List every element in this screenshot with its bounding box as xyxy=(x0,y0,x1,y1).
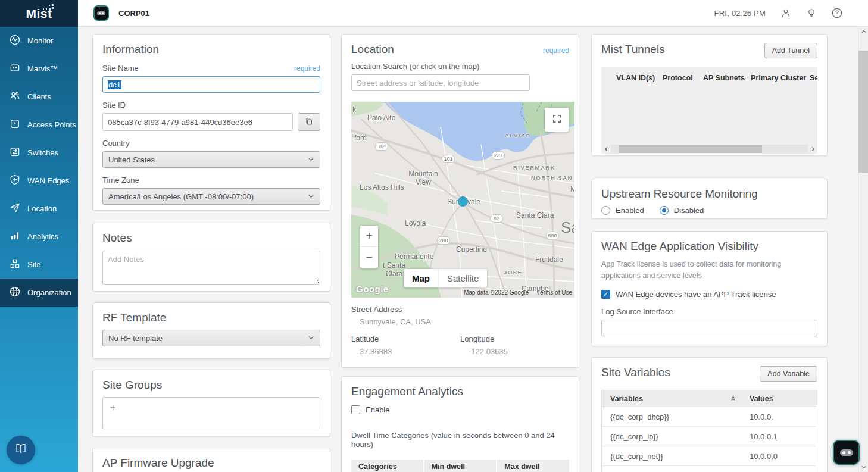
variable-value: 10.0.0.1 xyxy=(742,432,778,441)
enable-checkbox[interactable] xyxy=(351,405,360,414)
variable-name: {{dc_corp_net}} xyxy=(602,452,742,461)
marvis-chat-button[interactable] xyxy=(833,440,860,465)
org-name[interactable]: CORP01 xyxy=(118,9,149,18)
notes-panel: Notes xyxy=(92,223,330,292)
topbar: CORP01 FRI, 02:26 PM xyxy=(78,0,868,27)
log-source-input[interactable] xyxy=(601,320,817,336)
site-id-input[interactable] xyxy=(102,113,293,131)
site-groups-input[interactable]: + xyxy=(102,397,320,429)
country-select[interactable]: United States xyxy=(102,151,320,168)
log-source-label: Log Source Interface xyxy=(601,307,817,316)
scrollbar-thumb[interactable] xyxy=(619,145,762,153)
sidebar-item-location[interactable]: Location xyxy=(0,195,78,223)
scroll-right-icon[interactable] xyxy=(808,144,817,154)
sidebar-item-monitor[interactable]: Monitor xyxy=(0,27,78,55)
page-scrollbar xyxy=(858,27,868,472)
sidebar-item-organization[interactable]: Organization xyxy=(0,279,78,307)
site-name-input[interactable]: dc1 xyxy=(102,76,320,93)
column-header: Protocol xyxy=(663,74,703,82)
org-logo-icon[interactable] xyxy=(93,5,109,21)
organization-icon xyxy=(9,286,21,299)
panel-title: RF Template xyxy=(102,311,320,324)
map[interactable]: k Palo Alto ford ALVISO Mountain View Lo… xyxy=(351,102,574,298)
enable-label: Enable xyxy=(366,405,389,414)
site-id-label: Site ID xyxy=(102,101,126,110)
variables-column-header[interactable]: Variables xyxy=(602,395,742,403)
variable-value: 10.0.0.0 xyxy=(742,452,778,461)
site-name-label: Site Name xyxy=(102,64,139,73)
panel-title: Notes xyxy=(102,232,320,245)
rf-template-select[interactable]: No RF template xyxy=(102,330,320,346)
sidebar-item-label: Switches xyxy=(27,148,58,157)
enabled-label: Enabled xyxy=(616,206,644,215)
sidebar-item-label: Location xyxy=(27,204,57,213)
mist-tunnels-panel: Mist Tunnels Add Tunnel VLAN ID(s) Proto… xyxy=(591,34,828,156)
column-header: VLAN ID(s) xyxy=(616,74,663,82)
mist-logo[interactable]: Mist xyxy=(0,0,78,27)
country-label: Country xyxy=(102,139,130,148)
fullscreen-icon xyxy=(552,114,562,126)
site-location-marker[interactable] xyxy=(458,196,468,207)
table-row[interactable]: {{dc_corp_net}} 10.0.0.0 xyxy=(602,446,817,466)
variable-value: 10.0.0. xyxy=(742,412,773,421)
dwell-time-label: Dwell Time Categories (value in seconds … xyxy=(351,431,569,449)
latitude-value: 37.36883 xyxy=(360,347,460,356)
scroll-left-icon[interactable] xyxy=(601,144,611,154)
app-track-checkbox[interactable]: ✓ xyxy=(601,290,610,299)
terms-of-use-link[interactable]: Terms of Use xyxy=(537,289,572,296)
chevron-down-icon xyxy=(308,334,314,343)
documentation-button[interactable] xyxy=(7,436,35,464)
sidebar-item-wan-edges[interactable]: WAN Edges xyxy=(0,167,78,195)
site-icon xyxy=(9,258,21,271)
help-button[interactable] xyxy=(831,7,843,19)
longitude-value: -122.03635 xyxy=(469,347,569,356)
scrollbar-thumb[interactable] xyxy=(858,51,868,173)
site-groups-panel: Site Groups + xyxy=(92,370,330,437)
tunnels-table: VLAN ID(s) Protocol AP Subnets Primary C… xyxy=(601,67,817,154)
map-view-button[interactable]: Map xyxy=(404,269,438,287)
wan-edges-icon xyxy=(9,174,21,187)
rf-template-panel: RF Template No RF template xyxy=(92,302,330,359)
table-row[interactable]: {{dc_corp_dhcp}} 10.0.0. xyxy=(602,407,817,427)
satellite-view-button[interactable]: Satellite xyxy=(438,269,487,287)
add-variable-button[interactable]: Add Variable xyxy=(760,366,817,382)
disabled-label: Disabled xyxy=(674,206,704,215)
zoom-in-button[interactable]: + xyxy=(360,226,378,246)
zoom-out-button[interactable]: − xyxy=(360,247,378,268)
location-search-input[interactable] xyxy=(351,74,530,91)
sidebar-item-analytics[interactable]: Analytics xyxy=(0,223,78,251)
sidebar-item-site[interactable]: Site xyxy=(0,251,78,279)
sidebar-item-access-points[interactable]: Access Points xyxy=(0,111,78,139)
site-variables-panel: Site Variables Add Variable Variables Va… xyxy=(591,357,828,472)
column-header: Categories xyxy=(351,460,423,472)
enabled-radio[interactable] xyxy=(601,206,610,215)
scroll-up-icon[interactable] xyxy=(858,27,868,36)
sort-ascending-icon xyxy=(730,395,736,403)
sidebar-item-switches[interactable]: Switches xyxy=(0,139,78,167)
sidebar-item-marvis[interactable]: Marvis™ xyxy=(0,55,78,83)
map-fullscreen-button[interactable] xyxy=(545,108,569,132)
notes-textarea[interactable] xyxy=(102,251,320,285)
country-value: United States xyxy=(108,155,155,164)
whats-new-button[interactable] xyxy=(806,7,817,19)
plus-icon: + xyxy=(110,402,115,412)
sidebar-item-clients[interactable]: Clients xyxy=(0,83,78,111)
values-column-header[interactable]: Values xyxy=(742,395,773,403)
column-header: Min dwell xyxy=(424,460,497,472)
add-tunnel-button[interactable]: Add Tunnel xyxy=(764,43,817,58)
dwell-table-header: Categories Min dwell Max dwell xyxy=(351,460,569,472)
timezone-select[interactable]: America/Los Angeles (GMT -08:00/-07:00) xyxy=(102,188,320,205)
sidebar-item-label: Clients xyxy=(27,92,51,101)
information-panel: Information Site Name required dc1 Site … xyxy=(92,34,330,211)
location-search-label: Location Search (or click on the map) xyxy=(351,62,479,71)
clock: FRI, 02:26 PM xyxy=(714,9,766,18)
table-row[interactable]: {{dc_corp_ip}} 10.0.0.1 xyxy=(602,427,817,446)
table-row[interactable] xyxy=(602,466,817,472)
chevron-down-icon xyxy=(308,155,314,164)
disabled-radio[interactable] xyxy=(660,206,669,215)
account-button[interactable] xyxy=(780,7,792,19)
mist-logo-dots-icon xyxy=(43,4,54,11)
monitor-icon xyxy=(9,34,21,48)
scroll-down-icon[interactable] xyxy=(858,462,868,472)
copy-site-id-button[interactable] xyxy=(298,113,320,131)
